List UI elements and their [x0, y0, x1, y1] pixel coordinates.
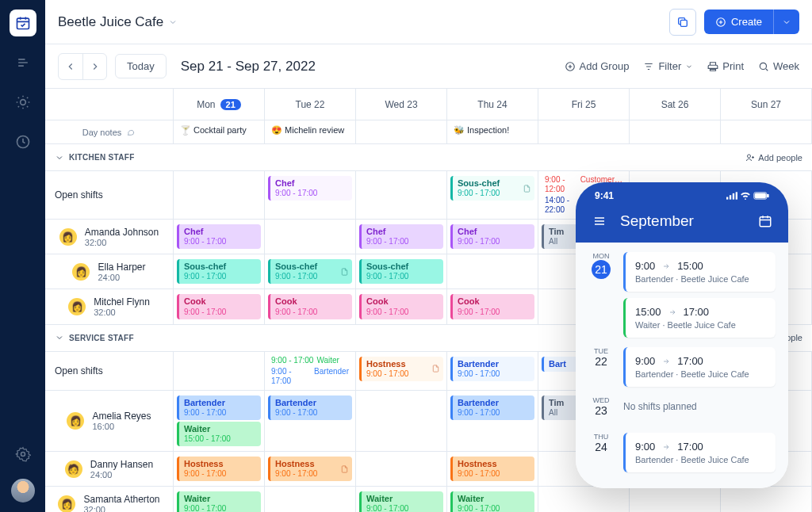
shift-card[interactable]: Chef9:00 - 17:00 — [268, 176, 352, 201]
day-note-cell[interactable] — [356, 120, 447, 143]
add-group-button[interactable]: Add Group — [565, 60, 630, 72]
shift-card[interactable]: Waiter9:00 - 17:00 — [177, 491, 261, 512]
mobile-shift-card[interactable]: 9:00 15:00Bartender · Beetle Juice Cafe — [623, 252, 776, 292]
shift-card[interactable]: Chef9:00 - 17:00 — [450, 224, 534, 249]
shift-cell[interactable]: Chef9:00 - 17:00 — [174, 220, 265, 254]
create-button[interactable]: Create — [704, 10, 799, 34]
shift-cell[interactable]: Sous-chef9:00 - 17:00 — [265, 254, 356, 288]
shift-cell[interactable]: Bartender9:00 - 17:00 — [447, 391, 538, 451]
shift-cell[interactable]: Sous-chef9:00 - 17:00 — [174, 254, 265, 288]
calendar-icon[interactable] — [758, 214, 772, 228]
today-button[interactable]: Today — [115, 54, 167, 78]
svg-rect-13 — [733, 193, 734, 200]
section-kitchen-staff[interactable]: KITCHEN STAFF Add people — [45, 144, 812, 171]
shift-cell[interactable]: Sous-chef9:00 - 17:00 — [356, 254, 447, 288]
shift-cell[interactable]: Waiter9:00 - 17:00 — [174, 487, 265, 512]
shift-card[interactable]: Hostness9:00 - 17:00 — [359, 357, 443, 381]
svg-rect-16 — [755, 193, 765, 198]
shift-card[interactable]: Waiter15:00 - 17:00 — [177, 422, 261, 446]
shift-card[interactable]: Waiter9:00 - 17:00 — [450, 491, 534, 512]
menu-icon[interactable] — [592, 215, 607, 227]
shift-cell[interactable]: Cook9:00 - 17:00 — [356, 289, 447, 323]
shift-card[interactable]: Hostness9:00 - 17:00 — [450, 457, 534, 481]
location-selector[interactable]: Beetle Juice Cafe — [58, 14, 178, 30]
copy-button[interactable] — [669, 9, 696, 36]
shift-cell[interactable]: Cook9:00 - 17:00 — [447, 289, 538, 323]
shift-cell[interactable]: Bartender9:00 - 17:00 — [265, 391, 356, 451]
shift-cell[interactable] — [265, 487, 356, 512]
sidebar-tasks-icon[interactable] — [10, 49, 36, 76]
shift-cell[interactable]: Hostness9:00 - 17:00 — [265, 452, 356, 486]
shift-cell[interactable] — [447, 254, 538, 288]
shift-card[interactable]: 9:00 - 17:00Waiter — [268, 355, 352, 366]
day-column-header[interactable]: Fri 25 — [538, 89, 630, 120]
day-column-header[interactable]: Tue 22 — [265, 89, 356, 120]
shift-cell[interactable]: Hostness9:00 - 17:00 — [447, 452, 538, 486]
print-button[interactable]: Print — [707, 60, 744, 72]
user-avatar[interactable] — [11, 479, 35, 502]
shift-card[interactable]: Cook9:00 - 17:00 — [450, 294, 534, 319]
shift-card[interactable]: Bartender9:00 - 17:00 — [450, 395, 534, 420]
sidebar-sun-icon[interactable] — [10, 89, 36, 116]
shift-cell[interactable]: Bartender9:00 - 17:00Waiter15:00 - 17:00 — [174, 391, 265, 451]
shift-card[interactable]: Bartender9:00 - 17:00 — [268, 395, 352, 420]
shift-card[interactable]: Sous-chef9:00 - 17:00 — [450, 176, 534, 201]
shift-card[interactable]: Hostness9:00 - 17:00 — [177, 457, 261, 481]
shift-cell[interactable] — [356, 391, 447, 451]
shift-card[interactable]: Sous-chef9:00 - 17:00 — [268, 259, 352, 284]
shift-card[interactable]: Cook9:00 - 17:00 — [359, 294, 443, 319]
sidebar-settings-icon[interactable] — [10, 441, 36, 468]
next-week-button[interactable] — [82, 54, 106, 79]
sidebar-schedule-icon[interactable] — [10, 10, 36, 36]
shift-card[interactable]: Bartender9:00 - 17:00 — [450, 357, 534, 381]
shift-cell[interactable]: Chef9:00 - 17:00 — [356, 220, 447, 254]
shift-cell[interactable]: Cook9:00 - 17:00 — [174, 289, 265, 323]
user-plus-icon — [745, 153, 755, 162]
day-column-header[interactable]: Wed 23 — [356, 89, 447, 120]
day-column-header[interactable]: Mon 21 — [174, 89, 265, 120]
add-people-button[interactable]: Add people — [745, 153, 802, 162]
shift-card[interactable]: Bartender9:00 - 17:00 — [177, 395, 261, 420]
day-note-cell[interactable]: 🐝 Inspection! — [447, 120, 538, 143]
sidebar-clock-icon[interactable] — [10, 128, 36, 155]
svg-rect-0 — [17, 18, 29, 29]
shift-card[interactable]: Cook9:00 - 17:00 — [177, 294, 261, 319]
filter-button[interactable]: Filter — [643, 60, 693, 72]
prev-week-button[interactable] — [59, 54, 82, 79]
shift-cell[interactable] — [265, 220, 356, 254]
shift-card[interactable]: Chef9:00 - 17:00 — [177, 224, 261, 249]
shift-card[interactable]: Hostness9:00 - 17:00 — [268, 457, 352, 481]
shift-card[interactable]: Chef9:00 - 17:00 — [359, 224, 443, 249]
shift-card[interactable]: 9:00 - 17:00Bartender — [268, 366, 352, 387]
day-note-cell[interactable]: 😍 Michelin review — [265, 120, 356, 143]
shift-cell[interactable]: Chef9:00 - 17:00 — [447, 220, 538, 254]
create-dropdown[interactable] — [773, 10, 799, 34]
mobile-shift-card[interactable]: 9:00 17:00Bartender · Beetle Juice Cafe — [623, 433, 776, 472]
shift-cell[interactable] — [630, 487, 721, 512]
mobile-shift-card[interactable]: 9:00 17:00Bartender · Beetle Juice Cafe — [623, 347, 776, 387]
day-column-header[interactable]: Thu 24 — [447, 89, 538, 120]
shift-cell[interactable]: Waiter9:00 - 17:00 — [356, 487, 447, 512]
day-note-cell[interactable] — [721, 120, 812, 143]
shift-cell[interactable]: Cook9:00 - 17:00 — [265, 289, 356, 323]
shift-card[interactable]: Sous-chef9:00 - 17:00 — [359, 259, 443, 284]
shift-cell[interactable] — [356, 452, 447, 486]
shift-cell[interactable] — [538, 487, 630, 512]
day-note-cell[interactable]: 🍸 Cocktail party — [174, 120, 265, 143]
day-column-header[interactable]: Sat 26 — [630, 89, 721, 120]
shift-cell[interactable]: Hostness9:00 - 17:00 — [174, 452, 265, 486]
filter-icon — [643, 61, 654, 72]
plus-circle-icon — [715, 17, 726, 28]
day-note-cell[interactable] — [538, 120, 630, 143]
shift-card[interactable]: Cook9:00 - 17:00 — [268, 294, 352, 319]
mobile-shift-card[interactable]: 15:00 17:00Waiter · Beetle Juice Cafe — [623, 298, 776, 338]
week-view-button[interactable]: Week — [758, 60, 799, 72]
day-note-cell[interactable] — [630, 120, 721, 143]
shift-card[interactable]: Sous-chef9:00 - 17:00 — [177, 259, 261, 284]
plus-circle-icon — [565, 61, 576, 72]
shift-card[interactable]: Waiter9:00 - 17:00 — [359, 491, 443, 512]
wifi-icon — [740, 192, 751, 200]
shift-cell[interactable]: Waiter9:00 - 17:00 — [447, 487, 538, 512]
day-column-header[interactable]: Sun 27 — [721, 89, 812, 120]
shift-cell[interactable] — [721, 487, 812, 512]
